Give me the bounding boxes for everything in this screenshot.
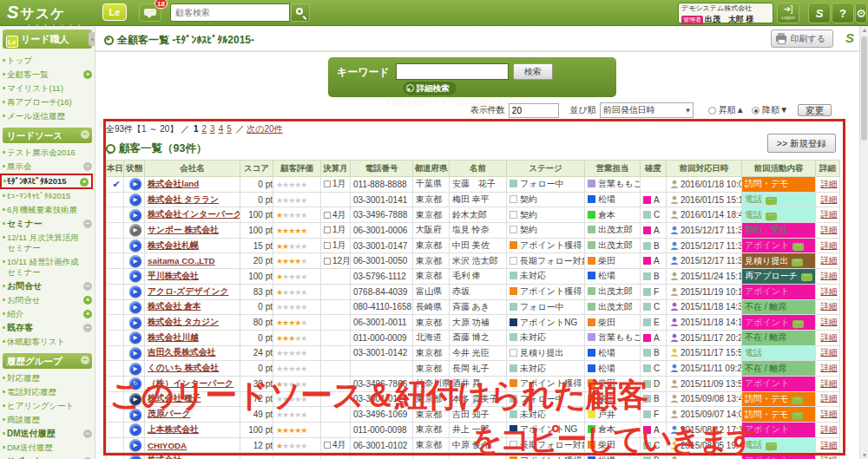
column-header[interactable]: 詳細: [816, 161, 840, 177]
company-link[interactable]: アクロ-ズデザインク: [148, 286, 229, 296]
detail-link[interactable]: 詳細: [821, 179, 838, 188]
detail-link[interactable]: 詳細: [821, 255, 838, 265]
detail-link[interactable]: 詳細: [821, 194, 838, 204]
company-link[interactable]: 株式会社 タカジン: [148, 317, 219, 326]
company-link[interactable]: 株式会社 タララン: [148, 194, 219, 204]
column-header[interactable]: ステージ: [507, 161, 585, 177]
fiscal-checkbox[interactable]: [324, 180, 331, 187]
advanced-search-button[interactable]: 詳細検索: [402, 81, 457, 96]
sidebar-item[interactable]: 対応履歴: [0, 371, 95, 385]
page-link[interactable]: 3: [210, 124, 215, 134]
detail-link[interactable]: 詳細: [821, 455, 838, 459]
column-header[interactable]: 決算月: [321, 161, 351, 177]
column-header[interactable]: 状態: [124, 161, 145, 177]
status-play-icon[interactable]: ▶: [129, 178, 141, 190]
status-play-icon[interactable]: ▶: [129, 255, 141, 267]
settings-button[interactable]: ⚙: [855, 3, 867, 23]
sidebar-item[interactable]: 既存客−: [0, 321, 95, 335]
sort-select[interactable]: 前回発信日時: [600, 102, 694, 118]
page-scrollbar[interactable]: ▲ ▼: [859, 26, 868, 459]
sidebar-item[interactable]: トップ: [0, 54, 95, 68]
detail-link[interactable]: 詳細: [821, 440, 838, 449]
status-play-icon[interactable]: ▶: [129, 363, 141, 375]
column-header[interactable]: スコア: [240, 161, 273, 177]
detail-link[interactable]: 詳細: [821, 317, 838, 326]
status-play-icon[interactable]: ▶: [129, 439, 141, 451]
sasuke-refresh-icon[interactable]: S: [845, 30, 854, 45]
sidebar-item[interactable]: 電話対応履歴: [0, 385, 95, 399]
company-link[interactable]: くのいち 株式会社: [148, 363, 219, 372]
company-link[interactable]: CHIYODA: [148, 441, 187, 450]
apply-button[interactable]: 変更: [798, 104, 832, 116]
sidebar-item[interactable]: お問合せ−: [0, 279, 95, 293]
page-link[interactable]: 5: [227, 124, 232, 134]
column-header[interactable]: 顧客評価: [273, 161, 321, 177]
minus-icon[interactable]: −: [83, 324, 92, 332]
fiscal-checkbox[interactable]: [324, 242, 331, 249]
new-record-button[interactable]: >> 新規登録: [767, 134, 836, 153]
detail-link[interactable]: 詳細: [821, 240, 838, 250]
column-header[interactable]: 営業担当: [585, 161, 641, 177]
sidebar-item[interactable]: メール送信履歴: [0, 109, 95, 123]
sidebar-item[interactable]: リードソース−: [3, 128, 92, 143]
search-button[interactable]: [291, 3, 310, 22]
detail-link[interactable]: 詳細: [821, 286, 838, 296]
sidebar-item[interactable]: DM送付履歴−: [0, 427, 95, 441]
detail-link[interactable]: 詳細: [821, 225, 838, 234]
detail-link[interactable]: 詳細: [821, 209, 838, 219]
status-play-icon[interactable]: ▶: [129, 331, 141, 344]
company-link[interactable]: 吉田久長株式会社: [148, 347, 215, 357]
next-page-link[interactable]: 次の20件: [247, 124, 282, 134]
sidebar-item[interactable]: ﾋｭｰﾏﾝｷｬﾋﾟﾀﾙ2015: [0, 189, 95, 203]
fiscal-checkbox[interactable]: [324, 258, 331, 265]
column-header[interactable]: 前回活動内容: [742, 161, 816, 177]
status-play-icon[interactable]: ▶: [129, 209, 141, 221]
status-play-icon[interactable]: ▶: [129, 285, 141, 298]
count-input[interactable]: [509, 103, 559, 118]
sidebar-item[interactable]: 再アプローチ(16): [0, 95, 95, 109]
sidebar-item[interactable]: 履歴グループ−: [3, 353, 92, 369]
status-play-icon[interactable]: ▶: [129, 239, 141, 252]
sidebar-item[interactable]: マイリスト(11): [0, 82, 95, 95]
sidebar-item[interactable]: DM送付履歴: [0, 441, 95, 455]
sidebar-item[interactable]: 商談履歴: [0, 413, 95, 427]
detail-link[interactable]: 詳細: [821, 332, 838, 342]
detail-link[interactable]: 詳細: [821, 409, 838, 418]
user-account-box[interactable]: デモシステム株式会社 管理者出茂 太郎 様: [678, 3, 773, 23]
minus-icon[interactable]: −: [83, 220, 92, 228]
fiscal-checkbox[interactable]: [324, 226, 331, 233]
print-button[interactable]: 印刷する: [771, 30, 833, 48]
status-play-icon[interactable]: ▶: [129, 224, 141, 236]
fiscal-checkbox[interactable]: [324, 442, 331, 449]
sidebar-item[interactable]: サポート−: [0, 455, 95, 459]
detail-link[interactable]: 詳細: [821, 347, 838, 357]
sidebar-item[interactable]: 6月機械要素技術展: [0, 203, 95, 217]
detail-link[interactable]: 詳細: [821, 301, 838, 311]
sidebar-item[interactable]: お問合せ+: [0, 293, 95, 307]
sasuke-home-button[interactable]: S: [808, 3, 831, 23]
scrollbar-thumb[interactable]: [861, 36, 867, 141]
column-header[interactable]: 会社名: [145, 161, 240, 177]
company-link[interactable]: 株式会社札幌: [148, 240, 199, 250]
status-play-icon[interactable]: ▶: [129, 317, 141, 329]
sidebar-item[interactable]: 12/11 月次決算活用セミナー: [0, 231, 95, 255]
sidebar-item[interactable]: テスト展示会2016: [0, 146, 95, 160]
detail-link[interactable]: 詳細: [821, 393, 838, 403]
status-play-icon[interactable]: ▶: [129, 347, 141, 359]
company-link[interactable]: 株式会社land: [148, 179, 199, 188]
column-header[interactable]: 確度: [641, 161, 667, 177]
minus-icon[interactable]: −: [83, 162, 92, 171]
descending-radio[interactable]: [752, 107, 760, 115]
column-header[interactable]: 名前: [450, 161, 507, 177]
sidebar-item[interactable]: セミナー−: [0, 217, 95, 231]
company-link[interactable]: 株式会社インターパーク: [148, 209, 240, 219]
column-header[interactable]: 本日: [107, 161, 124, 177]
company-link[interactable]: 株式会社川越: [148, 332, 199, 342]
le-product-badge[interactable]: Le: [102, 3, 127, 21]
keyword-search-button[interactable]: 検索: [513, 63, 553, 80]
sidebar-item[interactable]: ﾓﾀﾞﾝﾎｽﾋﾟﾀﾙ2015+: [0, 174, 93, 189]
minus-icon[interactable]: −: [81, 356, 89, 364]
sidebar-collapse-handle[interactable]: ◂: [89, 32, 95, 46]
column-header[interactable]: 前回対応日時: [667, 161, 742, 177]
company-link[interactable]: saitama CO.,LTD: [148, 256, 215, 266]
